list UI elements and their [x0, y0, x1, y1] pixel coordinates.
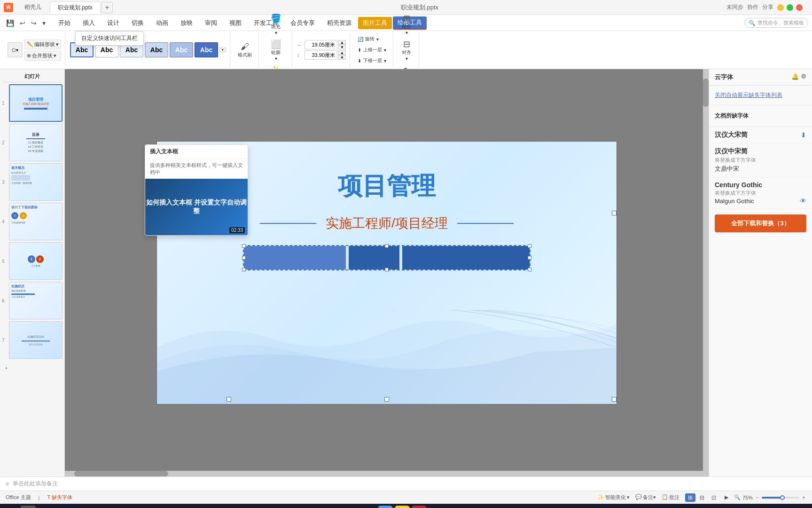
slide-num-7: 7: [2, 338, 8, 343]
cloud-font-link-section: 关闭自动展示缺失字体列表: [709, 86, 812, 105]
slide-thumb-2[interactable]: 2 目录 01 项目概述 02 工作经历 03 专业技能: [2, 124, 62, 161]
redo-qa-btn[interactable]: ↪: [29, 18, 39, 28]
scrollbar-thumb-h[interactable]: [74, 471, 168, 476]
tab-file[interactable]: 职业规划.pptx: [50, 1, 101, 14]
shape-btn-group: ⬡▾: [8, 42, 23, 57]
font-item-1: 汉仪大宋简 ⬇: [709, 127, 812, 143]
qa-dropdown[interactable]: ▾: [40, 18, 48, 28]
sync-btn[interactable]: 未同步: [726, 3, 743, 11]
merge-shape-btn[interactable]: ⊕ 合并形状▾: [24, 51, 61, 61]
slide-num-5: 5: [2, 259, 8, 264]
note-placeholder[interactable]: 单击此处添加备注: [13, 480, 58, 488]
align-btn[interactable]: ⊟ 对齐▾: [398, 38, 415, 63]
tab-insert[interactable]: 插入: [77, 17, 101, 29]
slide-panel-tabs: 幻灯片: [2, 71, 62, 82]
slide-thumb-1[interactable]: 1 项目管理 实施工程师/项目经理: [2, 84, 62, 122]
close-btn[interactable]: [796, 4, 803, 11]
abc-style-4[interactable]: Abc: [145, 42, 168, 57]
disable-auto-show-link[interactable]: 关闭自动展示缺失字体列表: [715, 89, 806, 101]
shape-dropdown-btn[interactable]: ⬡▾: [8, 42, 23, 57]
tab-vip[interactable]: 会员专享: [285, 17, 320, 29]
tab-slideshow[interactable]: 放映: [175, 17, 198, 29]
ribbon-group-group: ⊞ 组合▾ ⊟ 对齐▾ ↖ 选择▾: [394, 33, 419, 67]
view-font-3-icon[interactable]: 👁: [800, 197, 806, 205]
taskbar-app-files[interactable]: 📁: [395, 506, 410, 508]
note-icon[interactable]: ≡: [6, 481, 9, 487]
font-replacement-label-3: 将替换成下方字体: [715, 190, 806, 197]
taskbar-app-wps[interactable]: W: [412, 506, 427, 508]
tab-start[interactable]: 开始: [53, 17, 76, 29]
zoom-slider-thumb[interactable]: [780, 495, 785, 500]
smart-beautify[interactable]: ✨ 智能美化▾: [598, 494, 630, 501]
maximize-btn[interactable]: [787, 4, 793, 11]
blue-bar-container[interactable]: [244, 246, 530, 270]
collaborate-btn[interactable]: 协作: [747, 3, 758, 11]
download-font-1-icon[interactable]: ⬇: [801, 131, 806, 139]
outline-icon: ⬜: [271, 39, 281, 49]
zoom-slider[interactable]: [762, 497, 799, 499]
status-bar: Office 主题 | T 缺失字体 ✨ 智能美化▾ 💬备注▾ 📋批注 ⊞ ⊟ …: [0, 491, 812, 504]
undo-qa-btn[interactable]: ↩: [17, 18, 28, 28]
abc-style-5[interactable]: Abc: [170, 42, 193, 57]
search-box[interactable]: 🔍 查找命令、搜索模板: [744, 18, 808, 28]
slide-thumb-4[interactable]: 4 设计了下面的图标 ① ② 工作描述内容: [2, 203, 62, 240]
video-thumbnail[interactable]: 如何插入文本框 并设置文字自动调整 02:33: [145, 179, 248, 235]
outline-btn[interactable]: ⬜ 轮廓▾: [267, 38, 284, 63]
fill-btn[interactable]: 🪣 填充▾: [267, 12, 284, 37]
format-brush-btn[interactable]: 🖌 格式刷: [235, 40, 255, 60]
tab-review[interactable]: 审阅: [199, 17, 223, 29]
video-tooltip-popup: 插入文本框 提供多种精美文本框样式，可一键插入文档中 如何插入文本框 并设置文字…: [145, 144, 248, 236]
up-layer-btn[interactable]: ⬆ 上移一层▾: [355, 45, 389, 55]
tab-animation[interactable]: 动画: [150, 17, 174, 29]
scrollbar-thumb-v[interactable]: [703, 79, 709, 107]
comment-btn[interactable]: 💬备注▾: [635, 494, 656, 501]
zoom-in-icon[interactable]: 🔍: [734, 494, 741, 500]
slide-thumb-6[interactable]: 6 实施经历 项目描述/职责 工作成果展示: [2, 282, 62, 319]
start-menu-btn[interactable]: ⊞: [4, 506, 19, 508]
vertical-scrollbar[interactable]: [703, 69, 709, 476]
slide-thumb-3[interactable]: 3 基本概况 姓名/联系方式 工作年限 · 项目经验: [2, 163, 62, 201]
save-qa-btn[interactable]: 💾: [4, 18, 16, 28]
search-placeholder: 查找命令、搜索模板: [757, 19, 804, 26]
taskbar-search-btn[interactable]: 🔍: [21, 506, 36, 508]
zoom-in-btn[interactable]: ＋: [801, 494, 806, 501]
play-btn[interactable]: ▶: [725, 494, 728, 500]
tab-view[interactable]: 视图: [224, 17, 247, 29]
new-tab-btn[interactable]: +: [102, 2, 113, 13]
horizontal-scrollbar[interactable]: [65, 471, 703, 476]
edit-shape-btn[interactable]: ✏️ 编辑形状▾: [24, 40, 61, 49]
tab-daoke[interactable]: 稻壳儿: [17, 1, 49, 13]
height-input[interactable]: [304, 50, 337, 60]
share-btn[interactable]: 分享: [762, 3, 773, 11]
zoom-out-btn[interactable]: －: [755, 494, 760, 501]
download-all-btn[interactable]: 全部下载和替换（3）: [715, 214, 806, 232]
slide-preview-3: 基本概况 姓名/联系方式 工作年限 · 项目经验: [9, 163, 62, 201]
width-up[interactable]: ▲: [338, 40, 346, 45]
add-slide-btn[interactable]: ＋: [2, 361, 62, 375]
panel-settings-icon[interactable]: ⚙: [801, 73, 806, 80]
down-layer-btn[interactable]: ⬇ 下移一层▾: [355, 56, 389, 65]
missing-font-badge[interactable]: T 缺失字体: [47, 494, 72, 501]
height-up[interactable]: ▲: [338, 50, 346, 55]
slides-tab[interactable]: 幻灯片: [24, 73, 40, 80]
reader-view-btn[interactable]: ⊡: [709, 493, 719, 502]
width-input[interactable]: [304, 40, 337, 49]
height-down[interactable]: ▼: [338, 55, 346, 60]
tab-transition[interactable]: 切换: [126, 17, 149, 29]
abc-style-6[interactable]: Abc: [195, 42, 218, 57]
taskbar-app-chrome[interactable]: 🌐: [378, 506, 393, 508]
slide-thumb-5[interactable]: 5 1 2 七大要素: [2, 242, 62, 280]
slide-thumb-7[interactable]: 7 实施经历总结 项目管理经验: [2, 321, 62, 359]
panel-notify-icon[interactable]: 🔔: [791, 73, 799, 80]
review-btn[interactable]: 📋批注: [662, 494, 679, 501]
minimize-btn[interactable]: [777, 4, 784, 11]
tab-picture-tools[interactable]: 图片工具: [358, 17, 392, 29]
abc-style-expand[interactable]: ▾: [219, 48, 226, 52]
group-btn[interactable]: ⊞ 组合▾: [398, 12, 415, 37]
width-down[interactable]: ▼: [338, 45, 346, 49]
tab-daoke-res[interactable]: 稻壳资源: [321, 17, 357, 29]
rotate-btn[interactable]: 🔄 旋转▾: [355, 34, 389, 44]
tab-design[interactable]: 设计: [102, 17, 125, 29]
grid-view-btn[interactable]: ⊟: [697, 493, 707, 502]
normal-view-btn[interactable]: ⊞: [685, 493, 695, 502]
